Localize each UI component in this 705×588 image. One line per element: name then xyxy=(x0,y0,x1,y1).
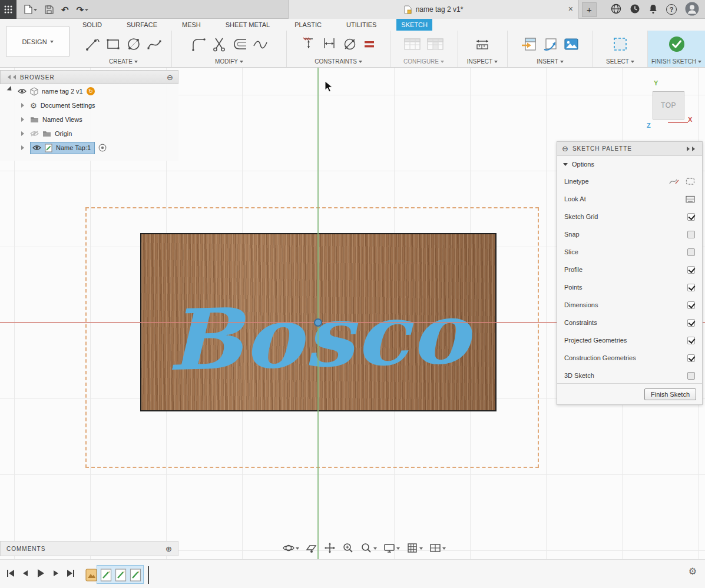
sketch-dimension-button[interactable] xyxy=(301,36,316,52)
expand-icon[interactable] xyxy=(21,103,27,108)
finish-sketch-menu[interactable]: FINISH SKETCH xyxy=(651,57,701,66)
view-cube[interactable]: Y TOP X Z xyxy=(641,78,703,132)
file-menu-caret[interactable] xyxy=(34,9,37,13)
sketch-palette-header[interactable]: ⊖ SKETCH PALETTE xyxy=(557,142,702,156)
notifications-button[interactable] xyxy=(648,4,658,15)
grid-snaps-button[interactable] xyxy=(405,541,424,555)
browser-item-named-views[interactable]: Named Views xyxy=(0,112,178,127)
palette-options-section[interactable]: Options xyxy=(557,156,702,172)
configuration-column-button[interactable] xyxy=(426,36,444,52)
create-group-menu[interactable]: CREATE xyxy=(109,57,138,66)
comments-bar[interactable]: COMMENTS ⊕ xyxy=(0,541,178,556)
display-dropdown-caret[interactable] xyxy=(396,547,400,552)
snap-checkbox[interactable] xyxy=(687,231,695,238)
select-group-menu[interactable]: SELECT xyxy=(606,57,634,66)
timeline-position-marker[interactable] xyxy=(148,566,149,584)
zoom-button[interactable] xyxy=(341,541,355,555)
display-settings-button[interactable] xyxy=(382,541,401,555)
account-avatar[interactable] xyxy=(685,2,699,17)
collapse-browser-button[interactable] xyxy=(5,75,16,79)
extensions-button[interactable] xyxy=(611,4,621,15)
viewcube-top-face[interactable]: TOP xyxy=(653,91,684,119)
play-button[interactable] xyxy=(35,568,46,579)
sketch-grid-checkbox[interactable] xyxy=(687,213,695,221)
minimize-palette-icon[interactable]: ⊖ xyxy=(562,145,568,152)
offset-tool-button[interactable] xyxy=(232,36,247,52)
select-tool-button[interactable] xyxy=(612,36,628,52)
viewports-dropdown-caret[interactable] xyxy=(442,547,446,552)
ribbon-tab-sketch[interactable]: SKETCH xyxy=(396,19,432,31)
line-tool-button[interactable] xyxy=(85,36,100,52)
add-comment-icon[interactable]: ⊕ xyxy=(166,545,172,553)
finish-sketch-button[interactable] xyxy=(668,35,686,53)
viewports-button[interactable] xyxy=(428,541,447,555)
configure-group-menu[interactable]: CONFIGURE xyxy=(403,57,444,66)
step-forward-button[interactable] xyxy=(52,569,60,577)
activate-target-icon[interactable] xyxy=(98,144,107,152)
constraints-checkbox[interactable] xyxy=(687,319,695,327)
slice-checkbox[interactable] xyxy=(687,248,695,256)
skip-to-start-button[interactable] xyxy=(6,569,15,578)
configuration-table-button[interactable] xyxy=(403,36,421,52)
root-component-label[interactable]: name tag 2 v1 xyxy=(42,88,83,95)
fit-dropdown-caret[interactable] xyxy=(373,547,377,552)
look-at-button[interactable] xyxy=(304,541,319,555)
step-back-button[interactable] xyxy=(21,569,29,577)
document-tab[interactable]: name tag 2 v1* × xyxy=(288,0,579,19)
3d-sketch-checkbox[interactable] xyxy=(687,372,695,380)
save-button[interactable] xyxy=(45,5,54,14)
insert-canvas-button[interactable] xyxy=(521,36,537,52)
look-at-plane-icon[interactable] xyxy=(686,195,695,203)
close-document-icon[interactable]: × xyxy=(568,5,573,13)
decal-button[interactable] xyxy=(542,36,558,52)
new-document-tab-button[interactable]: + xyxy=(582,2,597,17)
construction-linetype-icon[interactable] xyxy=(669,177,680,185)
spline-tool-button[interactable] xyxy=(147,36,162,52)
file-menu-button[interactable] xyxy=(24,5,37,14)
projected-geometries-checkbox[interactable] xyxy=(687,337,695,344)
help-button[interactable]: ? xyxy=(666,4,677,15)
browser-item-document-settings[interactable]: ⚙ Document Settings xyxy=(0,98,178,112)
orbit-button[interactable] xyxy=(282,541,300,555)
design-environment-menu[interactable]: DESIGN xyxy=(6,26,69,57)
timeline-sketch-feature[interactable] xyxy=(130,568,141,582)
insert-group-menu[interactable]: INSERT xyxy=(537,57,564,66)
dimensions-checkbox[interactable] xyxy=(687,301,695,309)
app-grid-button[interactable] xyxy=(0,0,16,19)
expand-icon[interactable] xyxy=(21,131,27,136)
minimize-browser-icon[interactable]: ⊖ xyxy=(167,74,173,81)
ribbon-tab-mesh[interactable]: MESH xyxy=(177,19,206,31)
inspect-group-menu[interactable]: INSPECT xyxy=(467,57,498,66)
points-checkbox[interactable] xyxy=(687,284,695,291)
fillet-tool-button[interactable] xyxy=(191,36,206,52)
ribbon-tab-sheet-metal[interactable]: SHEET METAL xyxy=(221,19,274,31)
ribbon-tab-surface[interactable]: SURFACE xyxy=(122,19,162,31)
browser-item-name-tap-sketch[interactable]: Name Tap:1 xyxy=(0,141,178,155)
timeline-canvas-feature[interactable] xyxy=(85,568,97,582)
curve-tool-button[interactable] xyxy=(253,36,268,52)
finish-sketch-palette-button[interactable]: Finish Sketch xyxy=(644,388,696,400)
diameter-dimension-button[interactable] xyxy=(342,36,358,52)
circle-tool-button[interactable] xyxy=(126,36,141,52)
ribbon-tab-plastic[interactable]: PLASTIC xyxy=(290,19,326,31)
hidden-eye-icon[interactable] xyxy=(30,131,39,137)
visibility-eye-icon[interactable] xyxy=(32,145,41,151)
ribbon-tab-solid[interactable]: SOLID xyxy=(78,19,107,31)
timeline-settings-gear-icon[interactable]: ⚙ xyxy=(689,567,697,576)
browser-item-origin[interactable]: Origin xyxy=(0,127,178,141)
constraints-group-menu[interactable]: CONSTRAINTS xyxy=(315,57,362,66)
visibility-eye-icon[interactable] xyxy=(18,88,27,94)
modify-group-menu[interactable]: MODIFY xyxy=(215,57,243,66)
pan-button[interactable] xyxy=(323,541,337,555)
redo-caret[interactable] xyxy=(85,9,88,13)
trim-tool-button[interactable] xyxy=(211,36,227,52)
skip-to-end-button[interactable] xyxy=(66,569,75,578)
job-status-button[interactable] xyxy=(630,4,640,15)
measure-button[interactable] xyxy=(474,36,491,52)
centerline-linetype-icon[interactable] xyxy=(686,177,695,185)
timeline-sketch-feature[interactable] xyxy=(115,568,127,582)
redo-button[interactable]: ↷ xyxy=(77,5,89,14)
update-badge[interactable]: ↻ xyxy=(87,87,95,95)
timeline-sketch-feature[interactable] xyxy=(100,568,112,582)
profile-checkbox[interactable] xyxy=(687,266,695,274)
